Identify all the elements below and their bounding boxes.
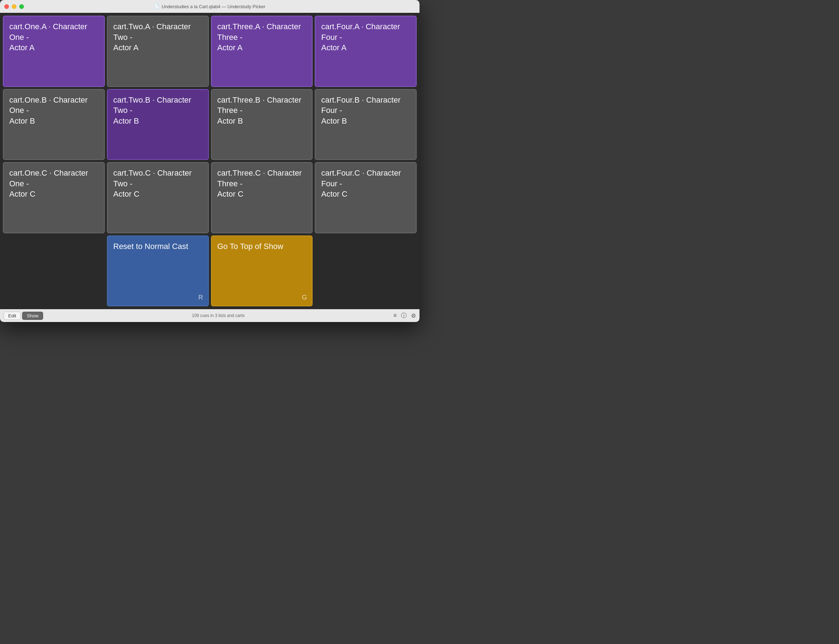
- cell-label-cart-three-c: cart.Three.C · Character Three -Actor C: [218, 168, 307, 199]
- grid-row-2: cart.One.C · Character One -Actor Ccart.…: [3, 162, 417, 233]
- cell-label-reset-normal: Reset to Normal Cast: [113, 241, 203, 252]
- grid-row-3: Reset to Normal CastRGo To Top of ShowG: [3, 235, 417, 307]
- cell-cart-four-a[interactable]: cart.Four.A · Character Four -Actor A: [315, 16, 417, 87]
- cell-label-cart-four-c: cart.Four.C · Character Four -Actor C: [321, 168, 410, 199]
- info-icon[interactable]: ⓘ: [401, 312, 407, 319]
- cell-reset-normal[interactable]: Reset to Normal CastR: [107, 235, 209, 307]
- cell-cart-four-c[interactable]: cart.Four.C · Character Four -Actor C: [315, 162, 417, 233]
- traffic-lights: [4, 4, 24, 9]
- cell-cart-three-b[interactable]: cart.Three.B · Character Three -Actor B: [211, 89, 313, 160]
- grid-row-1: cart.One.B · Character One -Actor Bcart.…: [3, 89, 417, 160]
- cell-cart-three-a[interactable]: cart.Three.A · Character Three -Actor A: [211, 16, 313, 87]
- cell-cart-one-a[interactable]: cart.One.A · Character One -Actor A: [3, 16, 105, 87]
- cell-label-cart-four-a: cart.Four.A · Character Four -Actor A: [321, 21, 410, 53]
- cell-label-cart-two-a: cart.Two.A · Character Two -Actor A: [113, 21, 203, 53]
- list-icon[interactable]: ≡: [394, 312, 397, 319]
- status-text: 109 cues in 3 lists and carts: [192, 313, 244, 318]
- grid-row-0: cart.One.A · Character One -Actor Acart.…: [3, 16, 417, 87]
- edit-button[interactable]: Edit: [3, 312, 21, 320]
- status-center: 109 cues in 3 lists and carts: [43, 313, 394, 318]
- title-bar: 📄 Understudies a la Cart.qlab4 — Underst…: [0, 0, 420, 13]
- cell-cart-one-b[interactable]: cart.One.B · Character One -Actor B: [3, 89, 105, 160]
- main-content: cart.One.A · Character One -Actor Acart.…: [0, 13, 420, 309]
- cell-cart-two-c[interactable]: cart.Two.C · Character Two -Actor C: [107, 162, 209, 233]
- show-button[interactable]: Show: [22, 312, 43, 320]
- cell-label-cart-four-b: cart.Four.B · Character Four -Actor B: [321, 95, 410, 127]
- cell-empty-1: [3, 235, 105, 307]
- cell-cart-two-a[interactable]: cart.Two.A · Character Two -Actor A: [107, 16, 209, 87]
- maximize-button[interactable]: [19, 4, 24, 9]
- cell-label-cart-one-a: cart.One.A · Character One -Actor A: [9, 21, 98, 53]
- window-title: 📄 Understudies a la Cart.qlab4 — Underst…: [154, 4, 265, 9]
- title-icon: 📄: [154, 4, 159, 9]
- cell-cart-one-c[interactable]: cart.One.C · Character One -Actor C: [3, 162, 105, 233]
- cell-key-go-top: G: [302, 294, 307, 301]
- cell-label-cart-one-b: cart.One.B · Character One -Actor B: [9, 95, 98, 127]
- cell-empty-2: [315, 235, 417, 307]
- title-text-label: Understudies a la Cart.qlab4 — Understud…: [162, 4, 265, 9]
- cell-label-cart-two-c: cart.Two.C · Character Two -Actor C: [113, 168, 203, 199]
- status-bar: Edit Show 109 cues in 3 lists and carts …: [0, 309, 420, 322]
- cell-cart-three-c[interactable]: cart.Three.C · Character Three -Actor C: [211, 162, 313, 233]
- cell-label-go-top: Go To Top of Show: [218, 241, 307, 252]
- cell-key-reset-normal: R: [198, 294, 203, 301]
- status-bar-right: ≡ ⓘ ⚙: [394, 312, 416, 319]
- cell-label-cart-three-b: cart.Three.B · Character Three -Actor B: [218, 95, 307, 127]
- minimize-button[interactable]: [12, 4, 16, 9]
- cell-cart-two-b[interactable]: cart.Two.B · Character Two -Actor B: [107, 89, 209, 160]
- cell-go-top[interactable]: Go To Top of ShowG: [211, 235, 313, 307]
- gear-icon[interactable]: ⚙: [411, 312, 416, 319]
- cell-cart-four-b[interactable]: cart.Four.B · Character Four -Actor B: [315, 89, 417, 160]
- cell-label-cart-one-c: cart.One.C · Character One -Actor C: [9, 168, 98, 199]
- status-bar-left: Edit Show: [3, 312, 43, 320]
- cell-label-cart-three-a: cart.Three.A · Character Three -Actor A: [218, 21, 307, 53]
- close-button[interactable]: [4, 4, 9, 9]
- cell-label-cart-two-b: cart.Two.B · Character Two -Actor B: [113, 95, 203, 127]
